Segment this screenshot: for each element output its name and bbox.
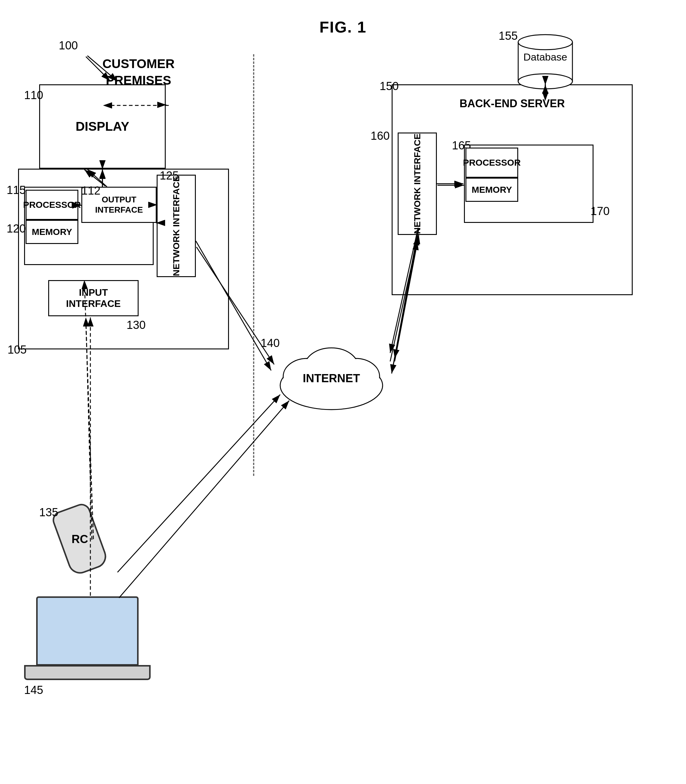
ref-130: 130 xyxy=(127,319,145,332)
display-label: DISPLAY xyxy=(76,119,129,134)
laptop-screen xyxy=(36,597,139,666)
ref-100: 100 xyxy=(59,39,78,52)
network-interface-label-right: NETWORK INTERFACE xyxy=(412,134,423,234)
dashed-divider xyxy=(253,54,254,476)
svg-point-2 xyxy=(518,74,572,89)
ref-160: 160 xyxy=(371,129,390,142)
inner-processor-box-left: PROCESSOR xyxy=(26,190,78,220)
memory-box-right: MEMORY xyxy=(466,178,518,202)
ref-155: 155 xyxy=(498,29,518,42)
ref-145: 145 xyxy=(24,684,43,697)
memory-label-left: MEMORY xyxy=(32,227,72,237)
processor-label-left: PROCESSOR xyxy=(23,200,81,210)
ref-125: 125 xyxy=(160,169,179,182)
output-interface-label: OUTPUT INTERFACE xyxy=(86,195,152,215)
diagram: FIG. 1 100 CUSTOMER PREMISES DISPLAY 110… xyxy=(0,0,686,784)
backend-label: BACK-END SERVER xyxy=(459,97,565,110)
ref-105: 105 xyxy=(8,343,26,356)
customer-premises-label: CUSTOMER PREMISES xyxy=(103,56,175,88)
ref-115: 115 xyxy=(7,184,26,197)
svg-point-1 xyxy=(518,35,572,50)
rc-shape: RC xyxy=(50,501,109,577)
ref-112: 112 xyxy=(81,184,100,197)
svg-line-30 xyxy=(118,394,280,572)
laptop-base xyxy=(24,665,151,680)
input-interface-box: INPUT INTERFACE xyxy=(48,280,139,316)
ref-120: 120 xyxy=(7,222,26,235)
figure-title: FIG. 1 xyxy=(319,18,366,36)
database-box: Database xyxy=(512,30,578,90)
processor-label-right: PROCESSOR xyxy=(463,158,521,168)
display-box: DISPLAY xyxy=(39,84,166,169)
ref-135: 135 xyxy=(39,506,58,519)
ref-140: 140 xyxy=(261,337,279,350)
internet-cloud: INTERNET xyxy=(271,337,392,422)
internet-label: INTERNET xyxy=(303,372,360,385)
ref-150: 150 xyxy=(380,80,399,93)
memory-box-left: MEMORY xyxy=(26,220,78,244)
ref-110: 110 xyxy=(24,89,43,102)
network-interface-box-right: NETWORK INTERFACE xyxy=(398,132,437,235)
input-interface-label: INPUT INTERFACE xyxy=(66,287,121,309)
network-interface-box-left: NETWORK INTERFACE xyxy=(157,175,196,277)
memory-label-right: MEMORY xyxy=(472,185,512,195)
ref-170: 170 xyxy=(591,205,609,218)
inner-processor-box-right: PROCESSOR xyxy=(466,148,518,178)
svg-line-45 xyxy=(119,401,289,598)
network-interface-label-left: NETWORK INTERFACE xyxy=(171,176,182,276)
database-label: Database xyxy=(523,51,567,63)
